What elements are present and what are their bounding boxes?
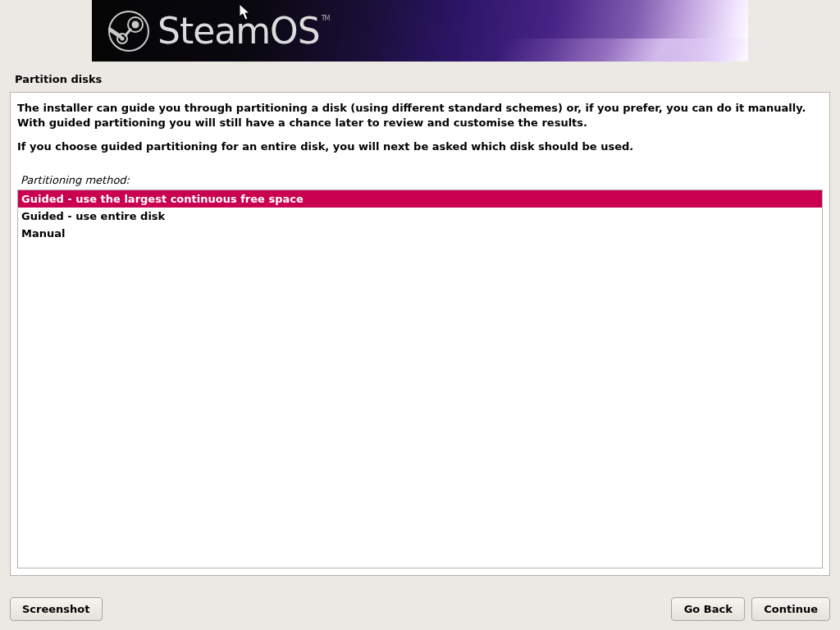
option-guided-entire-disk[interactable]: Guided - use entire disk <box>18 208 822 225</box>
option-guided-free-space[interactable]: Guided - use the largest continuous free… <box>18 190 822 208</box>
steamos-logo: SteamOSTM <box>108 10 320 52</box>
instruction-text: The installer can guide you through part… <box>17 101 823 164</box>
brand-text: SteamOSTM <box>158 10 320 52</box>
option-manual[interactable]: Manual <box>18 225 822 242</box>
page-title: Partition disks <box>15 73 825 85</box>
continue-button[interactable]: Continue <box>751 597 830 621</box>
button-bar: Screenshot Go Back Continue <box>0 587 840 630</box>
steam-icon <box>108 11 149 52</box>
header-banner: SteamOSTM <box>92 0 748 62</box>
partitioning-method-list[interactable]: Guided - use the largest continuous free… <box>17 189 823 568</box>
screenshot-button[interactable]: Screenshot <box>10 597 103 621</box>
go-back-button[interactable]: Go Back <box>671 597 745 621</box>
main-panel: The installer can guide you through part… <box>10 92 830 576</box>
svg-point-2 <box>132 21 139 28</box>
partitioning-method-label: Partitioning method: <box>21 174 823 186</box>
